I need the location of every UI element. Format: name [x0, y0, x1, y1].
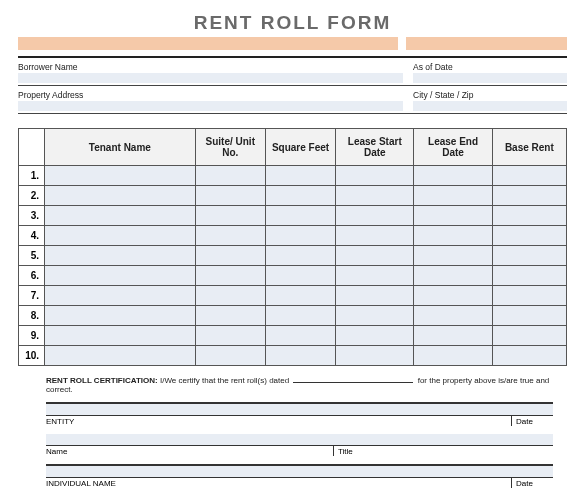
table-row: 4.	[19, 226, 567, 246]
cell[interactable]	[195, 166, 265, 186]
cell[interactable]	[265, 226, 335, 246]
cell[interactable]	[336, 226, 414, 246]
cell[interactable]	[336, 306, 414, 326]
cell[interactable]	[492, 346, 566, 366]
row-number: 3.	[19, 206, 45, 226]
cell[interactable]	[414, 306, 492, 326]
table-row: 1.	[19, 166, 567, 186]
row-number: 8.	[19, 306, 45, 326]
cell[interactable]	[265, 346, 335, 366]
name-fill[interactable]	[46, 434, 553, 445]
rule-2	[18, 113, 567, 114]
cell[interactable]	[492, 286, 566, 306]
cell[interactable]	[492, 326, 566, 346]
cell[interactable]	[45, 286, 196, 306]
individual-fill[interactable]	[46, 466, 553, 477]
borrower-field[interactable]	[18, 73, 403, 83]
property-field[interactable]	[18, 101, 403, 111]
cell[interactable]	[195, 186, 265, 206]
table-row: 10.	[19, 346, 567, 366]
property-label: Property Address	[18, 90, 403, 100]
individual-signature-block: INDIVIDUAL NAME Date	[46, 464, 553, 488]
cell[interactable]	[265, 246, 335, 266]
citystate-label: City / State / Zip	[413, 90, 567, 100]
header-rent: Base Rent	[492, 129, 566, 166]
cert-date-blank[interactable]	[293, 376, 413, 383]
cell[interactable]	[414, 246, 492, 266]
cell[interactable]	[265, 286, 335, 306]
cert-text-1: I/We certify that the rent roll(s) dated	[160, 376, 289, 385]
cell[interactable]	[195, 246, 265, 266]
cell[interactable]	[45, 306, 196, 326]
form-title: RENT ROLL FORM	[18, 12, 567, 34]
rule-top	[18, 56, 567, 58]
cell[interactable]	[336, 286, 414, 306]
cell[interactable]	[195, 286, 265, 306]
cell[interactable]	[414, 346, 492, 366]
cell[interactable]	[195, 346, 265, 366]
sig-name-label: Name	[46, 446, 67, 456]
entity-date-label: Date	[511, 416, 553, 426]
cell[interactable]	[492, 206, 566, 226]
cell[interactable]	[265, 206, 335, 226]
cell[interactable]	[45, 166, 196, 186]
cell[interactable]	[336, 166, 414, 186]
info-row-2: Property Address City / State / Zip	[18, 90, 567, 111]
cell[interactable]	[336, 266, 414, 286]
cell[interactable]	[265, 306, 335, 326]
cell[interactable]	[45, 186, 196, 206]
individual-label: INDIVIDUAL NAME	[46, 478, 116, 488]
cell[interactable]	[336, 186, 414, 206]
cell[interactable]	[414, 286, 492, 306]
citystate-field[interactable]	[413, 101, 567, 111]
cell[interactable]	[45, 346, 196, 366]
cell[interactable]	[414, 166, 492, 186]
rent-roll-form: RENT ROLL FORM Borrower Name As of Date …	[0, 0, 585, 500]
cell[interactable]	[414, 186, 492, 206]
cell[interactable]	[265, 266, 335, 286]
cell[interactable]	[265, 326, 335, 346]
cell[interactable]	[45, 326, 196, 346]
cell[interactable]	[492, 166, 566, 186]
cell[interactable]	[336, 206, 414, 226]
cell[interactable]	[265, 186, 335, 206]
cell[interactable]	[492, 226, 566, 246]
accent-bar	[18, 37, 567, 50]
cell[interactable]	[45, 226, 196, 246]
cell[interactable]	[414, 326, 492, 346]
cell[interactable]	[336, 326, 414, 346]
cell[interactable]	[414, 206, 492, 226]
info-row-1: Borrower Name As of Date	[18, 62, 567, 83]
asof-field[interactable]	[413, 73, 567, 83]
table-row: 3.	[19, 206, 567, 226]
cell[interactable]	[492, 246, 566, 266]
cell[interactable]	[195, 326, 265, 346]
header-sqft: Square Feet	[265, 129, 335, 166]
cell[interactable]	[45, 206, 196, 226]
entity-fill[interactable]	[46, 404, 553, 415]
header-suite: Suite/ Unit No.	[195, 129, 265, 166]
table-row: 8.	[19, 306, 567, 326]
cell[interactable]	[195, 226, 265, 246]
certification-text: RENT ROLL CERTIFICATION: I/We certify th…	[46, 376, 553, 394]
cell[interactable]	[265, 166, 335, 186]
cell[interactable]	[492, 306, 566, 326]
rent-table: Tenant Name Suite/ Unit No. Square Feet …	[18, 128, 567, 366]
name-title-block: Name Title	[46, 434, 553, 456]
cell[interactable]	[45, 246, 196, 266]
table-row: 7.	[19, 286, 567, 306]
cell[interactable]	[195, 306, 265, 326]
cell[interactable]	[195, 206, 265, 226]
cell[interactable]	[414, 226, 492, 246]
entity-label: ENTITY	[46, 416, 74, 426]
cell[interactable]	[492, 266, 566, 286]
cell[interactable]	[336, 346, 414, 366]
cell[interactable]	[414, 266, 492, 286]
cell[interactable]	[195, 266, 265, 286]
header-tenant: Tenant Name	[45, 129, 196, 166]
cell[interactable]	[336, 246, 414, 266]
sig-title-label: Title	[333, 446, 553, 456]
cell[interactable]	[492, 186, 566, 206]
header-num	[19, 129, 45, 166]
cell[interactable]	[45, 266, 196, 286]
